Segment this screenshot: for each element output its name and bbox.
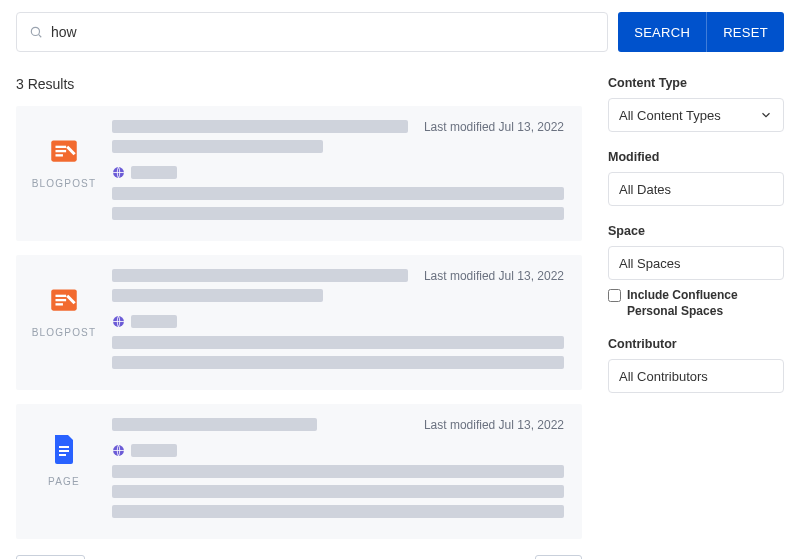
- search-input[interactable]: [51, 24, 595, 40]
- result-body-placeholder: [112, 505, 564, 518]
- svg-rect-5: [56, 154, 63, 156]
- include-personal-label[interactable]: Include Confluence Personal Spaces: [627, 288, 784, 319]
- result-card[interactable]: PAGE Last modified Jul 13, 2022: [16, 404, 582, 539]
- result-origin-placeholder: [131, 444, 177, 457]
- svg-rect-13: [59, 450, 69, 452]
- content-type-value: All Content Types: [619, 108, 721, 123]
- svg-point-0: [31, 27, 39, 35]
- search-button[interactable]: SEARCH: [618, 12, 706, 52]
- result-type-label: BLOGPOST: [32, 178, 97, 189]
- result-body-placeholder: [112, 207, 564, 220]
- result-type-label: BLOGPOST: [32, 327, 97, 338]
- result-title-placeholder: [112, 418, 317, 431]
- contributor-select[interactable]: All Contributors: [608, 359, 784, 393]
- blogpost-icon: [47, 283, 81, 317]
- globe-icon: [112, 166, 125, 179]
- svg-rect-9: [56, 299, 67, 301]
- contributor-value: All Contributors: [619, 369, 708, 384]
- result-type-label: PAGE: [48, 476, 80, 487]
- include-personal-checkbox[interactable]: [608, 289, 621, 302]
- previous-button[interactable]: Previous: [16, 555, 85, 559]
- blogpost-icon: [47, 134, 81, 168]
- result-modified: Last modified Jul 13, 2022: [424, 269, 564, 283]
- result-body-placeholder: [112, 485, 564, 498]
- result-title-placeholder: [112, 269, 408, 282]
- svg-rect-12: [59, 446, 69, 448]
- page-icon: [49, 432, 79, 466]
- results-count: 3 Results: [16, 76, 582, 92]
- result-body-placeholder: [112, 465, 564, 478]
- chevron-down-icon: [759, 108, 773, 122]
- result-title-placeholder: [112, 120, 408, 133]
- modified-select[interactable]: All Dates: [608, 172, 784, 206]
- result-origin-placeholder: [131, 315, 177, 328]
- result-body-placeholder: [112, 336, 564, 349]
- result-modified: Last modified Jul 13, 2022: [424, 120, 564, 134]
- result-modified: Last modified Jul 13, 2022: [424, 418, 564, 432]
- modified-value: All Dates: [619, 182, 671, 197]
- result-origin-placeholder: [131, 166, 177, 179]
- result-title-placeholder: [112, 140, 323, 153]
- content-type-select[interactable]: All Content Types: [608, 98, 784, 132]
- svg-line-1: [39, 35, 42, 38]
- result-body-placeholder: [112, 187, 564, 200]
- svg-rect-4: [56, 150, 67, 152]
- filter-label-space: Space: [608, 224, 784, 238]
- next-button[interactable]: Next: [535, 555, 582, 559]
- svg-rect-8: [56, 295, 67, 297]
- space-value: All Spaces: [619, 256, 680, 271]
- svg-rect-3: [56, 146, 67, 148]
- globe-icon: [112, 315, 125, 328]
- reset-button[interactable]: RESET: [706, 12, 784, 52]
- result-card[interactable]: BLOGPOST Last modified Jul 13, 2022: [16, 106, 582, 241]
- result-card[interactable]: BLOGPOST Last modified Jul 13, 2022: [16, 255, 582, 390]
- filter-label-contributor: Contributor: [608, 337, 784, 351]
- filter-label-modified: Modified: [608, 150, 784, 164]
- filter-label-content-type: Content Type: [608, 76, 784, 90]
- result-title-placeholder: [112, 289, 323, 302]
- svg-rect-14: [59, 454, 66, 456]
- search-icon: [29, 25, 43, 39]
- search-box[interactable]: [16, 12, 608, 52]
- svg-rect-10: [56, 303, 63, 305]
- space-select[interactable]: All Spaces: [608, 246, 784, 280]
- globe-icon: [112, 444, 125, 457]
- result-body-placeholder: [112, 356, 564, 369]
